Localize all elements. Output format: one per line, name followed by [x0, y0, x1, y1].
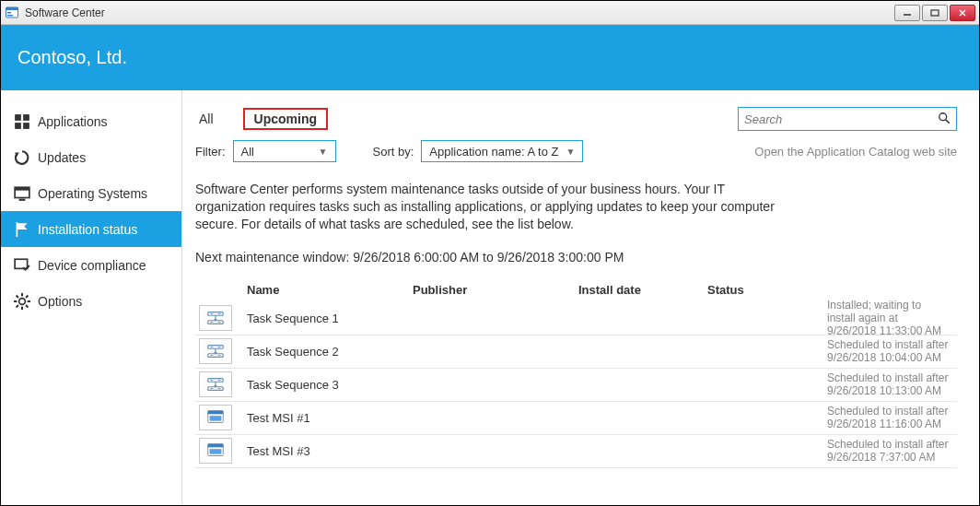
sidebar-item-os[interactable]: Operating Systems	[1, 175, 181, 211]
compliance-icon	[14, 257, 30, 274]
task-sequence-icon	[199, 371, 232, 397]
svg-rect-5	[931, 10, 939, 16]
sidebar-item-installation-status[interactable]: Installation status	[1, 211, 181, 247]
search-box[interactable]	[738, 107, 957, 131]
task-sequence-icon	[199, 338, 232, 364]
filter-select[interactable]: All ▼	[233, 140, 336, 162]
svg-rect-2	[7, 12, 11, 14]
table-row[interactable]: Test MSI #1 Scheduled to install after 9…	[195, 402, 957, 435]
svg-line-24	[26, 305, 28, 307]
svg-rect-55	[210, 416, 222, 421]
filter-value: All	[241, 145, 254, 159]
svg-rect-54	[208, 411, 224, 415]
window-title: Software Center	[25, 6, 894, 19]
task-sequence-icon	[199, 305, 232, 331]
sidebar-item-options[interactable]: Options	[1, 283, 181, 319]
col-name[interactable]: Name	[247, 283, 413, 297]
col-publisher[interactable]: Publisher	[413, 283, 578, 297]
table-row[interactable]: Test MSI #3 Scheduled to install after 9…	[195, 435, 957, 468]
chevron-down-icon: ▼	[566, 147, 575, 157]
sidebar-item-label: Device compliance	[38, 258, 146, 273]
sidebar-item-label: Installation status	[38, 222, 137, 237]
row-status: Installed; waiting to install again at 9…	[707, 299, 957, 337]
svg-point-27	[939, 112, 947, 120]
sidebar-item-updates[interactable]: Updates	[1, 139, 181, 175]
svg-rect-31	[218, 313, 221, 314]
row-name: Test MSI #1	[247, 411, 413, 425]
apps-icon	[14, 113, 30, 130]
updates-icon	[14, 149, 30, 166]
minimize-button[interactable]	[894, 5, 920, 21]
sidebar-item-applications[interactable]: Applications	[1, 103, 181, 139]
gear-icon	[14, 293, 30, 310]
table-row[interactable]: Task Sequence 3 Scheduled to install aft…	[195, 369, 957, 402]
svg-rect-29	[208, 312, 224, 316]
sidebar-item-label: Applications	[38, 114, 108, 129]
table-row[interactable]: Task Sequence 1 Installed; waiting to in…	[195, 302, 957, 335]
sidebar: Applications Updates Operating Systems I…	[1, 90, 182, 505]
sort-value: Application name: A to Z	[429, 145, 558, 159]
svg-rect-14	[19, 198, 26, 200]
org-name: Contoso, Ltd.	[18, 47, 127, 68]
col-install-date[interactable]: Install date	[578, 283, 707, 297]
svg-line-23	[17, 295, 18, 297]
row-name: Task Sequence 2	[247, 345, 413, 359]
col-status[interactable]: Status	[707, 283, 957, 297]
svg-rect-9	[23, 114, 29, 121]
filter-label: Filter:	[195, 145, 226, 159]
svg-rect-33	[211, 322, 214, 323]
row-status: Scheduled to install after 9/26/2018 7:3…	[707, 438, 957, 464]
svg-rect-49	[211, 388, 214, 389]
catalog-link[interactable]: Open the Application Catalog web site	[754, 145, 957, 159]
svg-point-18	[19, 298, 26, 304]
svg-rect-17	[15, 259, 28, 268]
maximize-button[interactable]	[922, 5, 948, 21]
svg-line-26	[17, 305, 18, 307]
chevron-down-icon: ▼	[319, 147, 328, 157]
svg-rect-37	[208, 346, 224, 349]
sidebar-item-compliance[interactable]: Device compliance	[1, 247, 181, 283]
close-button[interactable]	[950, 5, 975, 21]
svg-line-25	[26, 295, 28, 297]
titlebar: Software Center	[1, 1, 979, 25]
app-icon	[5, 6, 19, 20]
main-content: All Upcoming Filter: All ▼ Sort by: Appl…	[182, 90, 979, 505]
msi-package-icon	[199, 438, 232, 464]
svg-rect-8	[15, 114, 21, 121]
row-status: Scheduled to install after 9/26/2018 10:…	[707, 338, 957, 364]
sidebar-item-label: Updates	[38, 150, 86, 165]
sort-label: Sort by:	[373, 145, 414, 159]
svg-rect-3	[7, 15, 13, 17]
svg-rect-45	[208, 379, 224, 382]
tab-upcoming[interactable]: Upcoming	[243, 108, 328, 130]
svg-rect-47	[218, 380, 221, 381]
svg-rect-39	[218, 347, 221, 347]
svg-rect-42	[218, 355, 221, 356]
tab-all[interactable]: All	[195, 109, 217, 129]
svg-rect-1	[6, 7, 18, 10]
svg-rect-30	[211, 313, 214, 314]
row-status: Scheduled to install after 9/26/2018 11:…	[707, 405, 957, 430]
row-name: Task Sequence 1	[247, 312, 413, 325]
description-text: Software Center performs system maintena…	[195, 181, 785, 233]
svg-rect-46	[211, 380, 214, 381]
row-name: Task Sequence 3	[247, 378, 413, 392]
sort-select[interactable]: Application name: A to Z ▼	[421, 140, 583, 162]
svg-rect-50	[218, 388, 221, 389]
svg-rect-41	[211, 355, 214, 356]
msi-package-icon	[199, 405, 232, 430]
search-icon[interactable]	[938, 112, 951, 127]
svg-rect-58	[210, 449, 222, 454]
svg-rect-34	[218, 322, 221, 323]
table-row[interactable]: Task Sequence 2 Scheduled to install aft…	[195, 335, 957, 369]
maintenance-window-text: Next maintenance window: 9/26/2018 6:00:…	[195, 250, 957, 265]
sidebar-item-label: Options	[38, 294, 82, 309]
sidebar-item-label: Operating Systems	[38, 186, 147, 201]
row-name: Test MSI #3	[247, 444, 413, 458]
svg-rect-10	[15, 123, 21, 129]
svg-rect-57	[208, 444, 224, 448]
os-icon	[14, 185, 30, 202]
search-input[interactable]	[744, 112, 938, 126]
svg-rect-38	[211, 347, 214, 347]
org-banner: Contoso, Ltd.	[1, 25, 979, 90]
